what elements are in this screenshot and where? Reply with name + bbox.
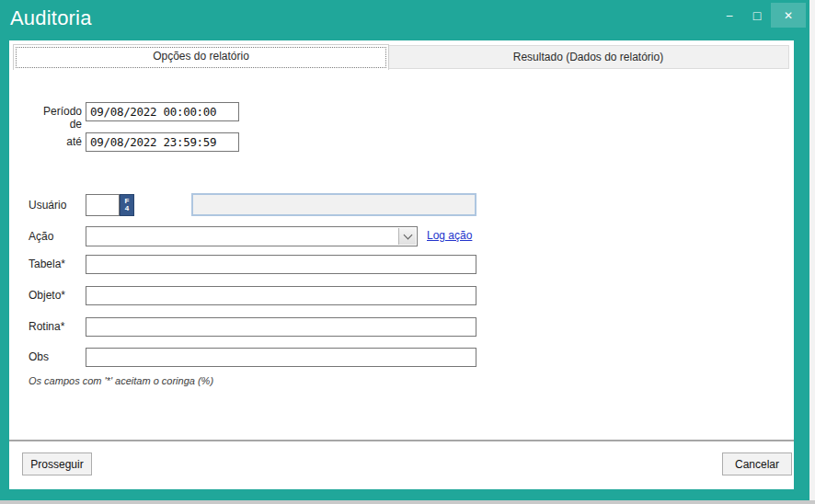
ate-label: até [29,135,82,148]
window-controls: – □ ✕ [716,3,806,28]
window-title: Auditoria [10,6,92,30]
titlebar: Auditoria – □ ✕ [0,0,809,40]
usuario-code-input[interactable] [86,194,120,216]
close-icon: ✕ [784,9,793,22]
acao-label: Ação [29,230,82,243]
usuario-label: Usuário [29,199,82,212]
tab-resultado-relatorio[interactable]: Resultado (Dados do relatório) [387,45,789,69]
cancelar-button[interactable]: Cancelar [722,452,792,475]
log-acao-link[interactable]: Log ação [427,229,472,242]
acao-combobox[interactable] [86,226,418,246]
obs-input[interactable] [86,348,476,367]
dialog-content: Opções do relatório Resultado (Dados do … [9,40,794,489]
footer-divider [9,440,794,441]
minimize-icon: – [727,9,733,22]
maximize-icon: □ [753,9,761,22]
periodo-de-input[interactable] [86,102,239,121]
rotina-input[interactable] [86,317,476,337]
rotina-label: Rotina* [29,320,82,333]
close-button[interactable]: ✕ [771,3,806,28]
tab-opcoes-relatorio[interactable]: Opções do relatório [13,44,389,70]
auditoria-window: Auditoria – □ ✕ Opções do relatório Resu… [0,0,809,500]
periodo-de-label: Período de [29,105,82,131]
tab-opcoes-label: Opções do relatório [153,50,249,63]
prosseguir-button[interactable]: Prosseguir [22,452,92,475]
chevron-down-icon [403,231,412,240]
ate-input[interactable] [86,132,239,152]
maximize-button[interactable]: □ [743,3,771,28]
objeto-label: Objeto* [29,289,82,302]
tabela-input[interactable] [86,255,476,274]
usuario-name-field [191,193,476,216]
obs-label: Obs [29,350,82,363]
usuario-f4-lookup-button[interactable]: F 4 [120,194,134,216]
acao-dropdown-button[interactable] [398,228,416,245]
tab-resultado-label: Resultado (Dados do relatório) [513,51,663,63]
minimize-button[interactable]: – [716,3,743,28]
screen-edge-strip [0,500,815,504]
tabela-label: Tabela* [29,258,82,270]
objeto-input[interactable] [86,286,476,305]
wildcard-note: Os campos com '*' aceitam o coringa (%) [29,375,213,386]
